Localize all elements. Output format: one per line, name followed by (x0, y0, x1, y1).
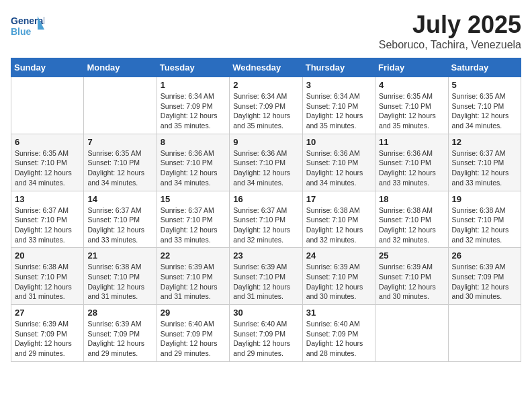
day-number: 28 (87, 308, 152, 318)
calendar-day-cell: 1Sunrise: 6:34 AM Sunset: 7:09 PM Daylig… (157, 77, 229, 134)
calendar-day-cell: 17Sunrise: 6:38 AM Sunset: 7:10 PM Dayli… (302, 191, 375, 248)
calendar-day-cell: 16Sunrise: 6:37 AM Sunset: 7:10 PM Dayli… (230, 191, 302, 248)
day-number: 20 (15, 250, 80, 261)
calendar-day-cell: 12Sunrise: 6:37 AM Sunset: 7:10 PM Dayli… (448, 134, 521, 191)
calendar-day-cell: 29Sunrise: 6:40 AM Sunset: 7:09 PM Dayli… (157, 305, 229, 362)
day-info: Sunrise: 6:34 AM Sunset: 7:09 PM Dayligh… (233, 91, 298, 131)
calendar-day-cell: 15Sunrise: 6:37 AM Sunset: 7:10 PM Dayli… (157, 191, 229, 248)
title-block: July 2025 Seboruco, Tachira, Venezuela (379, 11, 521, 51)
calendar-day-cell: 4Sunrise: 6:35 AM Sunset: 7:10 PM Daylig… (375, 77, 448, 134)
day-number: 13 (15, 194, 80, 204)
calendar-day-cell: 14Sunrise: 6:37 AM Sunset: 7:10 PM Dayli… (84, 191, 157, 248)
day-of-week-header: Saturday (448, 58, 521, 77)
day-number: 9 (233, 137, 298, 147)
day-info: Sunrise: 6:36 AM Sunset: 7:10 PM Dayligh… (306, 148, 371, 188)
day-info: Sunrise: 6:39 AM Sunset: 7:09 PM Dayligh… (15, 319, 80, 359)
logo: General Blue (11, 11, 44, 40)
calendar-day-cell: 6Sunrise: 6:35 AM Sunset: 7:10 PM Daylig… (11, 134, 84, 191)
day-info: Sunrise: 6:39 AM Sunset: 7:09 PM Dayligh… (452, 262, 517, 302)
calendar-day-cell: 2Sunrise: 6:34 AM Sunset: 7:09 PM Daylig… (230, 77, 302, 134)
day-info: Sunrise: 6:36 AM Sunset: 7:10 PM Dayligh… (161, 148, 226, 188)
day-number: 7 (87, 137, 152, 147)
day-number: 6 (15, 137, 80, 147)
calendar-day-cell: 19Sunrise: 6:38 AM Sunset: 7:10 PM Dayli… (448, 191, 521, 248)
day-info: Sunrise: 6:39 AM Sunset: 7:10 PM Dayligh… (233, 262, 298, 302)
day-of-week-header: Monday (84, 58, 157, 77)
calendar-day-cell (448, 305, 521, 362)
calendar-day-cell: 21Sunrise: 6:38 AM Sunset: 7:10 PM Dayli… (84, 248, 157, 305)
day-of-week-header: Sunday (11, 58, 84, 77)
calendar-day-cell: 30Sunrise: 6:40 AM Sunset: 7:09 PM Dayli… (230, 305, 302, 362)
calendar-day-cell: 10Sunrise: 6:36 AM Sunset: 7:10 PM Dayli… (302, 134, 375, 191)
calendar-day-cell: 27Sunrise: 6:39 AM Sunset: 7:09 PM Dayli… (11, 305, 84, 362)
day-info: Sunrise: 6:36 AM Sunset: 7:10 PM Dayligh… (379, 148, 444, 188)
day-info: Sunrise: 6:39 AM Sunset: 7:10 PM Dayligh… (306, 262, 371, 302)
calendar-day-cell: 26Sunrise: 6:39 AM Sunset: 7:09 PM Dayli… (448, 248, 521, 305)
day-info: Sunrise: 6:38 AM Sunset: 7:10 PM Dayligh… (379, 205, 444, 245)
day-info: Sunrise: 6:37 AM Sunset: 7:10 PM Dayligh… (452, 148, 517, 188)
day-info: Sunrise: 6:39 AM Sunset: 7:10 PM Dayligh… (379, 262, 444, 302)
day-info: Sunrise: 6:38 AM Sunset: 7:10 PM Dayligh… (87, 262, 152, 302)
day-info: Sunrise: 6:40 AM Sunset: 7:09 PM Dayligh… (306, 319, 371, 359)
day-info: Sunrise: 6:40 AM Sunset: 7:09 PM Dayligh… (233, 319, 298, 359)
day-number: 26 (452, 250, 517, 261)
calendar-day-cell: 22Sunrise: 6:39 AM Sunset: 7:10 PM Dayli… (157, 248, 229, 305)
calendar-week-row: 6Sunrise: 6:35 AM Sunset: 7:10 PM Daylig… (11, 134, 521, 191)
day-info: Sunrise: 6:37 AM Sunset: 7:10 PM Dayligh… (87, 205, 152, 245)
calendar-day-cell (84, 77, 157, 134)
calendar-day-cell: 20Sunrise: 6:38 AM Sunset: 7:10 PM Dayli… (11, 248, 84, 305)
calendar-day-cell (375, 305, 448, 362)
day-info: Sunrise: 6:35 AM Sunset: 7:10 PM Dayligh… (87, 148, 152, 188)
calendar-week-row: 20Sunrise: 6:38 AM Sunset: 7:10 PM Dayli… (11, 248, 521, 305)
calendar-table: SundayMondayTuesdayWednesdayThursdayFrid… (11, 58, 521, 362)
day-of-week-header: Friday (375, 58, 448, 77)
day-info: Sunrise: 6:39 AM Sunset: 7:10 PM Dayligh… (161, 262, 226, 302)
day-of-week-header: Tuesday (157, 58, 229, 77)
day-info: Sunrise: 6:38 AM Sunset: 7:10 PM Dayligh… (306, 205, 371, 245)
calendar-day-cell: 5Sunrise: 6:35 AM Sunset: 7:10 PM Daylig… (448, 77, 521, 134)
day-info: Sunrise: 6:37 AM Sunset: 7:10 PM Dayligh… (15, 205, 80, 245)
day-number: 18 (379, 194, 444, 204)
calendar-day-cell: 18Sunrise: 6:38 AM Sunset: 7:10 PM Dayli… (375, 191, 448, 248)
day-number: 11 (379, 137, 444, 147)
day-number: 10 (306, 137, 371, 147)
calendar-day-cell: 24Sunrise: 6:39 AM Sunset: 7:10 PM Dayli… (302, 248, 375, 305)
day-number: 3 (306, 80, 371, 90)
day-number: 22 (161, 250, 226, 261)
day-info: Sunrise: 6:35 AM Sunset: 7:10 PM Dayligh… (15, 148, 80, 188)
day-of-week-header: Wednesday (230, 58, 302, 77)
day-info: Sunrise: 6:35 AM Sunset: 7:10 PM Dayligh… (379, 91, 444, 131)
day-number: 1 (161, 80, 226, 90)
page-header: General Blue July 2025 Seboruco, Tachira… (11, 11, 521, 51)
day-number: 5 (452, 80, 517, 90)
calendar-day-cell (11, 77, 84, 134)
calendar-week-row: 27Sunrise: 6:39 AM Sunset: 7:09 PM Dayli… (11, 305, 521, 362)
day-info: Sunrise: 6:34 AM Sunset: 7:10 PM Dayligh… (306, 91, 371, 131)
day-number: 17 (306, 194, 371, 204)
day-number: 15 (161, 194, 226, 204)
day-info: Sunrise: 6:38 AM Sunset: 7:10 PM Dayligh… (15, 262, 80, 302)
day-info: Sunrise: 6:38 AM Sunset: 7:10 PM Dayligh… (452, 205, 517, 245)
day-info: Sunrise: 6:35 AM Sunset: 7:10 PM Dayligh… (452, 91, 517, 131)
day-number: 25 (379, 250, 444, 261)
day-number: 2 (233, 80, 298, 90)
day-info: Sunrise: 6:36 AM Sunset: 7:10 PM Dayligh… (233, 148, 298, 188)
calendar-day-cell: 25Sunrise: 6:39 AM Sunset: 7:10 PM Dayli… (375, 248, 448, 305)
calendar-day-cell: 23Sunrise: 6:39 AM Sunset: 7:10 PM Dayli… (230, 248, 302, 305)
calendar-day-cell: 11Sunrise: 6:36 AM Sunset: 7:10 PM Dayli… (375, 134, 448, 191)
day-number: 31 (306, 308, 371, 318)
day-number: 16 (233, 194, 298, 204)
calendar-day-cell: 28Sunrise: 6:39 AM Sunset: 7:09 PM Dayli… (84, 305, 157, 362)
calendar-day-cell: 13Sunrise: 6:37 AM Sunset: 7:10 PM Dayli… (11, 191, 84, 248)
calendar-header-row: SundayMondayTuesdayWednesdayThursdayFrid… (11, 58, 521, 77)
day-number: 12 (452, 137, 517, 147)
day-number: 21 (87, 250, 152, 261)
day-info: Sunrise: 6:34 AM Sunset: 7:09 PM Dayligh… (161, 91, 226, 131)
month-year-title: July 2025 (379, 11, 521, 39)
calendar-day-cell: 3Sunrise: 6:34 AM Sunset: 7:10 PM Daylig… (302, 77, 375, 134)
day-number: 29 (161, 308, 226, 318)
day-info: Sunrise: 6:39 AM Sunset: 7:09 PM Dayligh… (87, 319, 152, 359)
day-of-week-header: Thursday (302, 58, 375, 77)
day-info: Sunrise: 6:37 AM Sunset: 7:10 PM Dayligh… (233, 205, 298, 245)
day-number: 4 (379, 80, 444, 90)
